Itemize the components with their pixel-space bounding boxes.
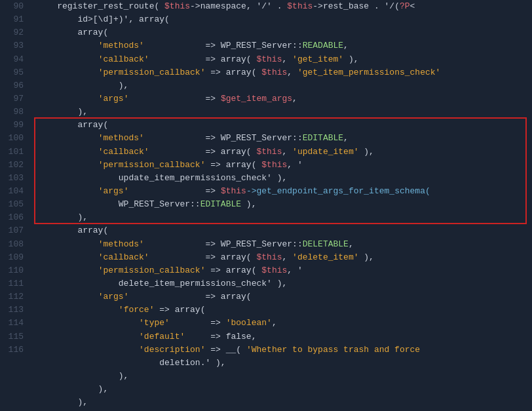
token: ,: [343, 41, 349, 50]
token: 'methods': [98, 41, 144, 50]
code-line: deletion.' ),: [37, 357, 527, 370]
code-line: 'callback' => array( $this, 'update_item…: [37, 146, 527, 159]
token: , ': [287, 160, 302, 170]
token: 'permission_callback': [98, 265, 206, 275]
token: [37, 133, 98, 143]
code-line: update_item_permissions_check' ),: [37, 172, 527, 185]
token: => array(: [205, 265, 261, 275]
token: =>: [205, 345, 225, 355]
line-number: 105: [5, 198, 24, 211]
token: array(: [37, 120, 108, 130]
code-line: array(: [37, 26, 527, 39]
token: => array(: [149, 54, 257, 64]
token: $this: [221, 186, 246, 196]
token: ->get_endpoint_args_for_item_schema(: [246, 186, 430, 196]
token: [37, 94, 98, 104]
token: ?P: [400, 1, 410, 11]
token: $this: [261, 265, 287, 275]
token: deletion.' ),: [37, 358, 226, 368]
token: $this: [261, 160, 287, 170]
token: $this: [256, 54, 282, 64]
token: ,: [292, 94, 297, 104]
token: 'methods': [98, 239, 144, 249]
token: __(: [226, 345, 241, 355]
line-number: 106: [5, 211, 24, 224]
token: array(: [37, 28, 108, 37]
token: ,: [343, 133, 349, 143]
token: ),: [37, 397, 88, 407]
token: 'args': [98, 186, 129, 196]
token: ),: [37, 384, 108, 394]
code-line: 'permission_callback' => array( $this, ': [37, 264, 527, 277]
token: READABLE: [303, 41, 343, 50]
token: ),: [37, 371, 128, 381]
code-line: 'methods' => WP_REST_Server::DELETABLE,: [37, 238, 527, 251]
token: ,: [282, 54, 292, 64]
token: =>: [128, 186, 220, 196]
token: array(: [37, 225, 108, 235]
token: => WP_REST_Server::: [144, 239, 303, 249]
line-number: 115: [5, 330, 24, 343]
code-line: 'args' => $this->get_endpoint_args_for_i…: [37, 185, 527, 198]
token: 'Whether to bypass trash and force: [241, 345, 420, 355]
line-number: 110: [5, 264, 24, 277]
token: ),: [37, 81, 128, 90]
line-number: 104: [5, 185, 24, 198]
token: => array(: [149, 252, 257, 262]
token: 'type': [139, 318, 170, 328]
token: $get_item_args: [221, 94, 292, 104]
token: 'get_item': [292, 54, 343, 64]
token: => array(: [205, 160, 261, 170]
token: [37, 186, 98, 196]
line-number: 103: [5, 172, 24, 185]
code-line: 'description' => __( 'Whether to bypass …: [37, 343, 527, 357]
token: ),: [359, 147, 374, 157]
line-number: 101: [5, 146, 24, 159]
token: [37, 305, 119, 315]
token: [37, 332, 139, 342]
line-number: 92: [5, 26, 24, 39]
line-number: 102: [5, 159, 24, 172]
line-number: 107: [5, 224, 24, 237]
token: 'callback': [98, 54, 149, 64]
token: 'callback': [98, 252, 149, 262]
token: 'boolean': [226, 318, 272, 328]
token: id>[\d]+)', array(: [37, 14, 170, 24]
line-number: 116: [5, 343, 24, 357]
code-line: 'args' => array(: [37, 290, 527, 303]
token: <: [410, 1, 415, 11]
token: ->namespace, '/' .: [190, 1, 287, 11]
token: ,: [282, 252, 292, 262]
token: $this: [256, 252, 282, 262]
token: [37, 41, 98, 50]
token: 'delete_item': [292, 252, 358, 262]
token: 'force': [119, 305, 155, 315]
line-number: 94: [5, 53, 24, 66]
code-line: register_rest_route( $this->namespace, '…: [37, 0, 527, 13]
token: delete_item_permissions_check' ),: [37, 279, 287, 288]
token: $this: [287, 1, 313, 11]
code-line: 'permission_callback' => array( $this, '…: [37, 66, 527, 79]
token: 'permission_callback': [98, 68, 206, 77]
code-line: ),: [37, 370, 527, 383]
code-line: 'args' => $get_item_args,: [37, 92, 527, 106]
token: EDITABLE: [200, 199, 241, 209]
token: [37, 68, 98, 77]
token: 'args': [98, 292, 129, 302]
code-line: 'callback' => array( $this, 'delete_item…: [37, 251, 527, 264]
token: => array(: [128, 292, 251, 302]
code-line: 'methods' => WP_REST_Server::EDITABLE,: [37, 132, 527, 145]
token: [37, 160, 98, 170]
code-line: 'callback' => array( $this, 'get_item' )…: [37, 53, 527, 66]
code-line: array(: [37, 119, 527, 132]
line-number: 112: [5, 290, 24, 303]
code-editor: 9091929394959697989910010110210310410510…: [0, 0, 532, 411]
token: WP_REST_Server::: [37, 199, 200, 209]
code-line: array(: [37, 224, 527, 237]
token: ),: [37, 212, 88, 222]
line-numbers: 9091929394959697989910010110210310410510…: [0, 0, 31, 411]
token: => false,: [185, 332, 256, 342]
line-number: 98: [5, 106, 24, 119]
token: ),: [37, 107, 88, 117]
token: => WP_REST_Server::: [144, 133, 303, 143]
